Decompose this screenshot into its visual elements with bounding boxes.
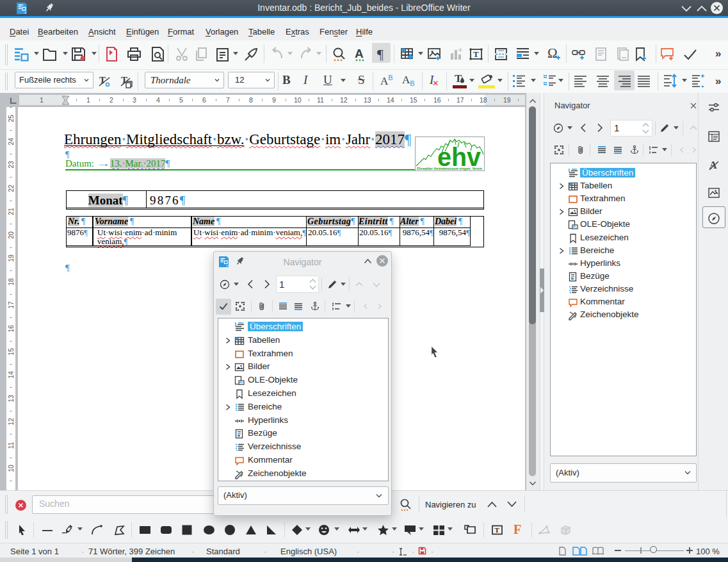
svg-text:T: T bbox=[473, 49, 479, 59]
svg-text:T: T bbox=[495, 526, 500, 534]
svg-text:¶: ¶ bbox=[377, 47, 384, 62]
svg-text:Ehrwalder Heimatmuseum eingetr: Ehrwalder Heimatmuseum eingetr. Verein bbox=[417, 166, 482, 170]
svg-text:A: A bbox=[355, 47, 364, 60]
svg-text:Ω: Ω bbox=[547, 46, 558, 61]
